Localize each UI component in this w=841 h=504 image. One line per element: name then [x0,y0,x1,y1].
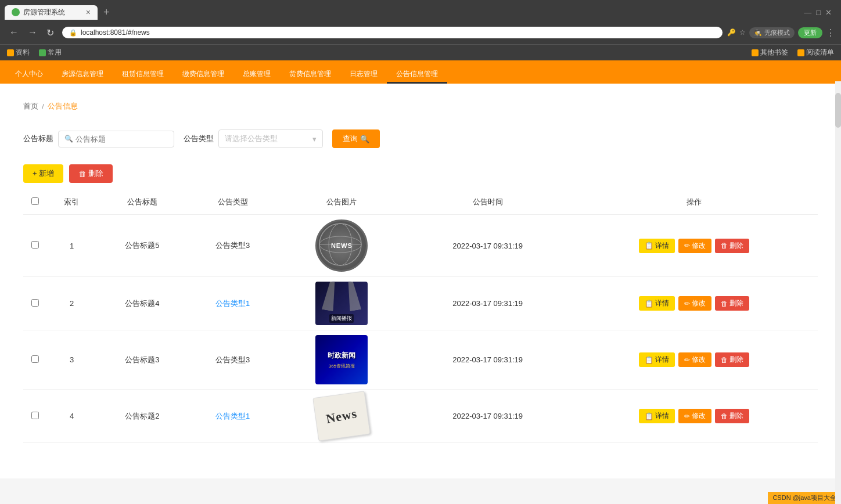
row2-time: 2022-03-17 09:31:19 [405,277,570,330]
refresh-btn[interactable]: ↻ [43,26,57,39]
search-title-field: 公告标题 🔍 [23,131,174,147]
type-select-placeholder: 请选择公告类型 [225,134,278,144]
batch-delete-btn[interactable]: 🗑 删除 [69,164,113,183]
row1-delete-btn[interactable]: 🗑 删除 [715,239,749,253]
row1-detail-btn[interactable]: 📋 详情 [639,239,675,253]
search-type-field: 公告类型 请选择公告类型 ▾ [184,129,323,148]
scrollbar-track[interactable] [835,81,841,490]
password-icon[interactable]: 🔑 [727,28,736,37]
bookmark-label-common: 常用 [48,48,62,57]
nav-housing[interactable]: 房源信息管理 [52,64,113,84]
back-btn[interactable]: ← [6,26,22,39]
row1-checkbox[interactable] [31,241,39,249]
del-icon: 🗑 [721,242,728,250]
search-type-label: 公告类型 [184,134,214,144]
nav-cargo[interactable]: 货费信息管理 [280,64,340,84]
row2-checkbox[interactable] [31,299,39,307]
browser-action-buttons: 🔑 ☆ 🕵 无痕模式 更新 ⋮ [727,27,835,38]
search-title-input-wrapper[interactable]: 🔍 [58,131,174,147]
scrollbar-thumb[interactable] [835,93,841,128]
del-icon2: 🗑 [721,300,728,308]
star-icon[interactable]: ☆ [739,28,746,37]
update-btn[interactable]: 更新 [798,27,822,38]
select-all-checkbox[interactable] [31,197,39,205]
del-label4: 删除 [729,411,743,421]
nav-rental[interactable]: 租赁信息管理 [113,64,173,84]
row1-actions: 📋 详情 ✏ 修改 🗑 删除 [570,215,818,277]
row3-delete-btn[interactable]: 🗑 删除 [715,352,749,367]
politics-title: 时政新闻 [328,351,355,361]
row1-type: 公告类型3 [188,215,278,277]
search-area: 公告标题 🔍 公告类型 请选择公告类型 ▾ 查询 🔍 [12,120,829,157]
row2-title: 公告标题4 [97,277,188,330]
row2-edit-btn[interactable]: ✏ 修改 [678,296,711,311]
nav-payment[interactable]: 缴费信息管理 [173,64,233,84]
bookmark-resources[interactable]: 资料 [5,46,32,59]
nav-ledger[interactable]: 总账管理 [233,64,280,84]
row1-edit-btn[interactable]: ✏ 修改 [678,239,711,253]
breadcrumb-separator: / [42,102,44,111]
row3-image: 时政新闻 365资讯简报 [315,335,368,384]
row3-action-buttons: 📋 详情 ✏ 修改 🗑 删除 [574,352,813,367]
new-tab-btn[interactable]: + [100,6,113,19]
row3-checkbox[interactable] [31,355,39,363]
nav-personal[interactable]: 个人中心 [6,64,52,84]
menu-btn[interactable]: ⋮ [826,27,835,38]
del-label2: 删除 [729,298,743,308]
row4-action-buttons: 📋 详情 ✏ 修改 🗑 删除 [574,409,813,423]
active-tab[interactable]: 房源管理系统 × [5,5,98,20]
bookmark-label-others: 其他书签 [760,48,788,57]
bookmarks-bar: 资料 常用 其他书签 阅读清单 [0,44,841,60]
lock-icon: 🔒 [69,29,77,37]
row3-detail-btn[interactable]: 📋 详情 [639,352,675,367]
table-row: 2 公告标题4 公告类型1 新闻播报 [23,277,818,330]
detail-label4: 详情 [655,411,669,421]
forward-btn[interactable]: → [24,26,41,39]
row1-checkbox-cell [23,215,46,277]
delete-icon: 🗑 [78,170,86,178]
bookmark-common[interactable]: 常用 [37,46,64,59]
edit-icon3: ✏ [684,356,690,364]
search-title-input[interactable] [76,135,168,143]
bookmark-label-resources: 资料 [16,48,30,57]
row3-actions: 📋 详情 ✏ 修改 🗑 删除 [570,330,818,390]
row2-type-link[interactable]: 公告类型1 [215,299,250,308]
edit-label2: 修改 [692,298,706,308]
header-time: 公告时间 [405,190,570,215]
content-panel: 首页 / 公告信息 公告标题 🔍 公告类型 请选择公告类型 ▾ 查 [0,84,841,478]
row4-delete-btn[interactable]: 🗑 删除 [715,409,749,423]
row4-actions: 📋 详情 ✏ 修改 🗑 删除 [570,390,818,443]
row3-type: 公告类型3 [188,330,278,390]
broadcast-text: 新闻播报 [329,314,354,323]
tab-favicon [12,8,20,16]
breadcrumb-current: 公告信息 [48,101,78,111]
row2-delete-btn[interactable]: 🗑 删除 [715,296,749,311]
breadcrumb-home[interactable]: 首页 [23,101,38,111]
close-window-btn[interactable]: ✕ [825,8,832,17]
app-header: 个人中心 房源信息管理 租赁信息管理 缴费信息管理 总账管理 货费信息管理 日志… [0,60,841,84]
address-bar[interactable]: 🔒 localhost:8081/#/news [62,27,723,38]
row4-index: 4 [46,390,97,443]
row3-edit-btn[interactable]: ✏ 修改 [678,352,711,367]
add-btn[interactable]: + 新增 [23,164,63,183]
row4-image: News [313,391,371,441]
row4-checkbox[interactable] [31,412,39,419]
tab-title: 房源管理系统 [23,8,82,17]
row4-edit-btn[interactable]: ✏ 修改 [678,409,711,423]
query-btn[interactable]: 查询 🔍 [332,129,380,148]
table-row: 3 公告标题3 公告类型3 时政新闻 365资讯简报 2022-03-17 09… [23,330,818,390]
row4-detail-btn[interactable]: 📋 详情 [639,409,675,423]
row3-time: 2022-03-17 09:31:19 [405,330,570,390]
type-select[interactable]: 请选择公告类型 ▾ [218,129,323,148]
nav-announcement[interactable]: 公告信息管理 [387,64,447,84]
bookmark-others[interactable]: 其他书签 [749,46,790,59]
header-checkbox-cell [23,190,46,215]
nav-log[interactable]: 日志管理 [340,64,387,84]
row2-detail-btn[interactable]: 📋 详情 [639,296,675,311]
minimize-btn[interactable]: — [804,8,811,17]
tab-close-btn[interactable]: × [86,8,91,17]
maximize-btn[interactable]: □ [816,8,821,17]
delete-btn-label: 删除 [88,168,103,179]
bookmark-reading[interactable]: 阅读清单 [795,46,836,59]
row4-type-link[interactable]: 公告类型1 [215,412,250,420]
